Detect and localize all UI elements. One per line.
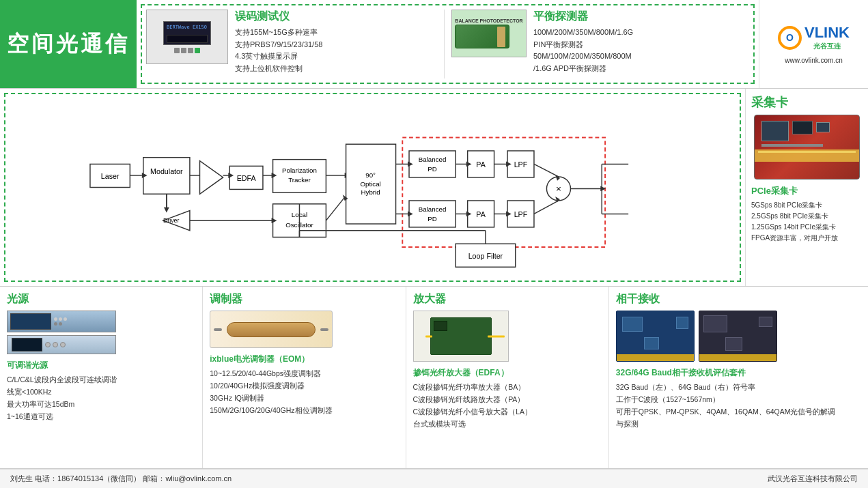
svg-text:Polarization: Polarization [282, 167, 317, 174]
svg-text:PD: PD [428, 165, 437, 173]
product-amplifier: 放大器 掺铒光纤放大器（EDFA） C波段掺铒光纤功率放大器（BA） C波段掺铒… [406, 287, 609, 468]
footer-company: 武汉光谷互连科技有限公司 [768, 474, 858, 484]
svg-line-64 [534, 164, 559, 176]
right-panel: 采集卡 PCIe采集卡 5GSps 8bit PCIe采集卡 2.5GSps 8… [745, 89, 868, 286]
header-left: 空间光通信 [0, 0, 137, 88]
coh-connector-r [699, 354, 776, 361]
svg-line-26 [326, 197, 344, 220]
svg-text:LPF: LPF [514, 160, 528, 169]
amplifier-desc: C波段掺铒光纤功率放大器（BA） C波段掺铒光纤线路放大器（PA） C波段掺铒光… [413, 382, 602, 430]
light-source-desc: C/L/C&L波段内全波段可连续调谐 线宽<100KHz 最大功率可达15dBm… [7, 374, 195, 422]
top-section: 空间光通信 BERTWave EX150 [0, 0, 868, 89]
coherent-board-left [616, 311, 695, 362]
balanced-img-placeholder: BALANCE PHOTODETECTOR [455, 18, 522, 48]
svg-text:LPF: LPF [514, 210, 528, 218]
amp-fiber [488, 335, 505, 337]
svg-text:Tracker: Tracker [288, 176, 311, 184]
amplifier-image [413, 311, 509, 362]
balanced-detector-section: BALANCE PHOTODETECTOR 平衡探测器 100M/200M/35… [444, 10, 749, 78]
pcie-card-image [754, 115, 860, 180]
svg-line-66 [534, 201, 559, 214]
svg-marker-6 [200, 161, 223, 195]
balanced-detector-image: BALANCE PHOTODETECTOR [451, 10, 527, 57]
coherent-desc: 32G Baud（左）、64G Baud（右）符号率 工作于C波段（1527~1… [616, 382, 861, 430]
modulator-subtitle: ixblue电光调制器（EOM） [210, 354, 398, 365]
ovlink-text: VLINK [804, 24, 850, 42]
ber-desc: 支持155M~15G多种速率 支持PRBS7/9/15/23/31/58 4.3… [235, 27, 322, 74]
ls-ports [54, 317, 67, 326]
diagram-area: Laser Modulator EDFA Pola [4, 93, 741, 282]
svg-text:Loop Filter: Loop Filter [468, 252, 503, 260]
ovlink-logo: O VLINK 光谷互连 [778, 24, 850, 51]
ber-title: 误码测试仪 [235, 10, 322, 24]
coh-connector-l [617, 354, 694, 361]
svg-text:×: × [556, 184, 561, 194]
amp-chip [434, 321, 447, 331]
coherent-board-right [699, 311, 777, 362]
amp-body [430, 317, 492, 355]
amplifier-header: 放大器 [413, 292, 602, 306]
svg-rect-2 [143, 158, 190, 195]
ber-tester-image: BERTWave EX150 [146, 10, 228, 64]
coh-chip-l2 [644, 337, 659, 349]
svg-text:Modulator: Modulator [150, 167, 183, 175]
product-coherent: 相干接收 32G/64G Baud相干接收机评估套件 [609, 287, 868, 468]
right-panel-title: 采集卡 [751, 94, 788, 111]
svg-text:Balanced: Balanced [419, 156, 447, 163]
ls-screen-bottom [12, 338, 42, 351]
ovlink-circle: O [778, 26, 802, 50]
product-light-source: 光源 [0, 287, 203, 468]
svg-text:PA: PA [476, 160, 486, 169]
page-title: 空间光通信 [7, 29, 130, 59]
light-source-header: 光源 [7, 292, 195, 306]
bottom-section: 光源 [0, 287, 868, 469]
amplifier-subtitle: 掺铒光纤放大器（EDFA） [413, 367, 602, 379]
svg-text:90°: 90° [365, 171, 376, 179]
ber-info: 误码测试仪 支持155M~15G多种速率 支持PRBS7/9/15/23/31/… [235, 10, 322, 74]
ovlink-url: www.ovlink.com.cn [785, 57, 842, 64]
svg-text:Optical: Optical [360, 180, 380, 188]
ber-tester-section: BERTWave EX150 误码测试仪 支持155M~15G多种速率 支持P [146, 10, 444, 78]
coh-chip-r1 [703, 315, 727, 332]
ovlink-subtitle: 光谷互连 [804, 42, 850, 51]
coherent-header: 相干接收 [616, 292, 861, 306]
modulator-title: 调制器 [210, 292, 242, 306]
ls-screen-top [10, 313, 51, 330]
svg-text:PD: PD [428, 215, 437, 223]
ls-device-bottom [7, 335, 116, 354]
ber-screen: BERTWave EX150 [163, 21, 211, 45]
coh-chip-r2 [725, 337, 742, 351]
footer: 刘先生 电话：18674015134（微信同） 邮箱：wliu@ovlink.c… [0, 469, 868, 488]
middle-section: Laser Modulator EDFA Pola [0, 89, 868, 287]
svg-text:Laser: Laser [101, 172, 120, 180]
modulator-image [210, 311, 333, 348]
amp-fiber-in [425, 335, 432, 337]
ber-controls [174, 48, 200, 53]
mod-body [227, 322, 316, 337]
balanced-title: 平衡探测器 [533, 10, 633, 24]
mod-cable-right [320, 328, 328, 331]
main-container: 空间光通信 BERTWave EX150 [0, 0, 868, 488]
light-source-subtitle: 可调谐光源 [7, 360, 195, 371]
coh-chip-l3 [676, 317, 688, 329]
svg-text:Driver: Driver [163, 217, 179, 224]
ovlink-brand: VLINK 光谷互连 [804, 24, 850, 51]
pcie-subtitle: PCIe采集卡 [751, 185, 798, 197]
light-source-title: 光源 [7, 292, 29, 306]
coh-chip-l1 [622, 317, 643, 332]
pcie-desc: 5GSps 8bit PCIe采集卡 2.5GSps 8bit PCIe采集卡 … [751, 200, 838, 244]
top-middle: BERTWave EX150 误码测试仪 支持155M~15G多种速率 支持P [141, 4, 755, 84]
coherent-subtitle: 32G/64G Baud相干接收机评估套件 [616, 367, 861, 379]
light-source-images [7, 311, 195, 354]
amplifier-title: 放大器 [413, 292, 446, 306]
svg-text:EDFA: EDFA [237, 174, 257, 182]
top-right-logo: O VLINK 光谷互连 www.ovlink.com.cn [759, 0, 868, 88]
coherent-title: 相干接收 [616, 292, 660, 306]
modulator-desc: 10~12.5/20/40-44Gbps强度调制器 10/20/40GHz模拟强… [210, 368, 398, 416]
diagram-svg: Laser Modulator EDFA Pola [12, 101, 733, 274]
svg-text:PA: PA [476, 210, 486, 218]
coherent-images [616, 311, 861, 362]
mod-cable-left [214, 328, 222, 331]
ls-device-top [7, 311, 116, 332]
balanced-desc: 100M/200M/350M/800M/1.6G PIN平衡探测器 50M/10… [533, 27, 633, 74]
